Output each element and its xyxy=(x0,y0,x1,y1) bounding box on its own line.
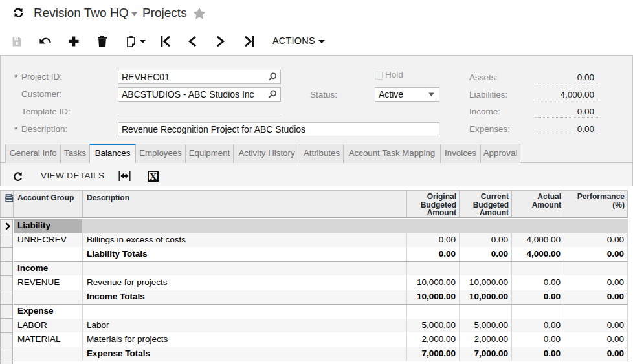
svg-text:X: X xyxy=(150,171,157,182)
